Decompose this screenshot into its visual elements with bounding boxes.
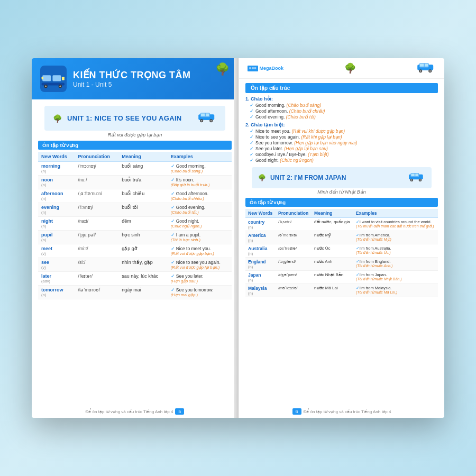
example-cell: ✓I'm from Australia. (Tôi đến từ nước Úc… xyxy=(353,244,438,258)
bus-icon xyxy=(40,66,67,92)
meaning-cell: nước Nhật Bản xyxy=(312,271,353,284)
unit2-table-header-row: New Words Pronunciation Meaning Examples xyxy=(245,209,438,218)
header-subtitle: Unit 1 - Unit 5 xyxy=(73,81,190,88)
meaning-cell: nước Mã Lai xyxy=(312,284,353,297)
megabook-logo: ≡≡≡ MegaBook xyxy=(248,66,283,71)
word-cell: morning(n) xyxy=(38,162,75,176)
example-cell: ✓Nice to see you again. (Rất vui được gặ… xyxy=(168,258,232,272)
example-cell: ✓I want to visit countries around the wo… xyxy=(353,218,438,231)
greet-sub-item: ✓Good afternoon. (Chào buổi chiều) xyxy=(250,108,438,114)
left-header-text: KIẾN THỨC TRỌNG TÂM Unit 1 - Unit 5 xyxy=(73,69,190,88)
meaning-cell: buổi chiều xyxy=(118,189,167,203)
table-row: Japan(n) /dʒəˈpæn/ nước Nhật Bản ✓I'm fr… xyxy=(245,271,438,284)
pronunciation-cell: /miːt/ xyxy=(75,244,119,258)
meaning-cell: nước Anh xyxy=(312,258,353,271)
farewell-sub-item: ✓See you later. (Hẹn gặp lại bạn sau) xyxy=(250,146,438,151)
megabook-badge: ≡≡≡ xyxy=(248,66,258,71)
unit2-vocab-label-container: Ôn tập từ vựng xyxy=(245,197,438,207)
svg-point-16 xyxy=(201,120,203,122)
meaning-cell: buổi tối xyxy=(118,203,167,217)
right-tree-icon: 🌳 xyxy=(344,62,356,74)
greet-item: 1. Chào hỏi: ✓Good morning. (Chào buổi s… xyxy=(245,96,438,120)
svg-point-17 xyxy=(210,120,212,122)
svg-point-6 xyxy=(45,85,47,87)
example-cell: ✓I'm from Japan. (Tôi đến từ nước Nhật B… xyxy=(353,271,438,284)
right-footer-text: Để ôn tập từ vựng và cấu trúc Tiếng Anh … xyxy=(304,409,391,414)
meaning-cell: đêm xyxy=(118,217,167,231)
meaning-cell: ngày mai xyxy=(118,286,167,299)
meaning-cell: sau này, lúc khác xyxy=(118,272,167,286)
meaning-cell: gặp gỡ xyxy=(118,244,167,258)
word-cell: afternoon(n) xyxy=(38,189,75,203)
unit1-tree-icon: 🌳 xyxy=(53,114,62,123)
col-pronunciation: Pronunciation xyxy=(75,152,119,162)
farewell-item: 2. Chào tạm biệt: ✓Nice to meet you. (Rấ… xyxy=(245,122,438,163)
greet-sub-item: ✓Good evening. (Chào buổi tối) xyxy=(250,114,438,120)
svg-rect-2 xyxy=(52,75,61,81)
pronunciation-cell: /ˈiːvnɪŋ/ xyxy=(75,203,119,217)
svg-rect-29 xyxy=(415,173,418,176)
word-cell: Australia(n) xyxy=(245,244,276,258)
meaning-cell: buổi trưa xyxy=(118,176,167,189)
example-cell: ✓It's noon. (Bây giờ là buổi trưa.) xyxy=(168,176,232,189)
pronunciation-cell: /ˈleɪtər/ xyxy=(75,272,119,286)
table-row: England(n) /ˈɪŋɡlənd/ nước Anh ✓I'm from… xyxy=(245,258,438,271)
example-cell: ✓I'm from Malaysia. (Tôi đến từ nước Mã … xyxy=(353,284,438,297)
table-row: see(v) /siː/ nhìn thấy, gặp ✓Nice to see… xyxy=(38,258,232,272)
table-row: later(adv) /ˈleɪtər/ sau này, lúc khác ✓… xyxy=(38,272,232,286)
table-row: evening(n) /ˈiːvnɪŋ/ buổi tối ✓Good even… xyxy=(38,203,232,217)
svg-rect-8 xyxy=(62,77,65,80)
pronunciation-cell: /məˈleɪziə/ xyxy=(276,284,312,297)
farewell-sub-item: ✓See you tomorrow. (Hẹn gặp lại bạn vào … xyxy=(250,140,438,145)
word-cell: evening(n) xyxy=(38,203,75,217)
unit1-car-icon xyxy=(198,111,217,125)
word-cell: America(n) xyxy=(245,231,276,244)
unit2-vocab-table: New Words Pronunciation Meaning Examples… xyxy=(245,209,438,297)
unit2-car-icon xyxy=(408,171,425,184)
example-cell: ✓I'm from America. (Tôi đến từ nước Mỹ.) xyxy=(353,231,438,244)
pronunciation-cell: /ɒsˈtreɪliə/ xyxy=(276,244,312,258)
svg-rect-28 xyxy=(411,173,414,176)
unit2-subtitle: Mình đến từ Nhật Bản xyxy=(252,189,432,195)
word-cell: Japan(n) xyxy=(245,271,276,284)
table-row: noon(n) /nuː/ buổi trưa ✓It's noon. (Bây… xyxy=(38,176,232,189)
table-row: afternoon(n) /ˌɑːftəˈnuːn/ buổi chiều ✓G… xyxy=(38,189,232,203)
u2-col-meaning: Meaning xyxy=(312,209,353,218)
table-row: pupil(n) /ˈpjuːpəl/ học sinh ✓I am a pup… xyxy=(38,231,232,244)
pronunciation-cell: /naɪt/ xyxy=(75,217,119,231)
unit1-header: 🌳 UNIT 1: NICE TO SEE YOU AGAIN xyxy=(44,106,225,131)
right-footer: 6 Để ôn tập từ vựng và cấu trúc Tiếng An… xyxy=(239,408,444,415)
word-cell: noon(n) xyxy=(38,176,75,189)
u2-col-examples: Examples xyxy=(353,209,438,218)
example-cell: ✓Good afternoon. (Chào buổi chiều.) xyxy=(168,189,232,203)
table-row: Australia(n) /ɒsˈtreɪliə/ nước Úc ✓I'm f… xyxy=(245,244,438,258)
pronunciation-cell: /ˈpjuːpəl/ xyxy=(75,231,119,244)
word-cell: meet(v) xyxy=(38,244,75,258)
svg-point-33 xyxy=(419,179,421,181)
word-cell: country(n) xyxy=(245,218,276,231)
svg-point-24 xyxy=(420,70,422,72)
unit2-vocab-label: Ôn tập từ vựng xyxy=(245,198,438,207)
farewell-sub-item: ✓Nice to see you again. (Rất khi gặp lại… xyxy=(250,134,438,140)
pronunciation-cell: /ˌɑːftəˈnuːn/ xyxy=(75,189,119,203)
meaning-cell: học sinh xyxy=(118,231,167,244)
svg-point-32 xyxy=(411,179,413,181)
right-car-icon xyxy=(417,61,436,75)
table-row: country(n) /ˈkʌntri/ đất nước, quốc gia … xyxy=(245,218,438,231)
pronunciation-cell: /ˈɪŋɡlənd/ xyxy=(276,258,312,271)
tree-decoration: 🌳 xyxy=(215,62,230,76)
greet-sub-item: ✓Good morning. (Chào buổi sáng) xyxy=(250,103,438,108)
example-cell: ✓I am a pupil. (Tôi là học sinh.) xyxy=(168,231,232,244)
col-new-words: New Words xyxy=(38,152,75,162)
page-number-right: 6 xyxy=(292,408,301,415)
svg-point-25 xyxy=(429,70,431,72)
pronunciation-cell: /siː/ xyxy=(75,258,119,272)
meaning-cell: buổi sáng xyxy=(118,162,167,176)
unit2-section: 🌳 UNIT 2: I'M FROM JAPAN Mình đến xyxy=(245,167,438,195)
word-cell: pupil(n) xyxy=(38,231,75,244)
svg-rect-21 xyxy=(425,63,428,66)
col-examples: Examples xyxy=(168,152,232,162)
pronunciation-cell: /ˈmɔːnɪŋ/ xyxy=(75,162,119,176)
review-structure-section: Ôn tập cấu trúc 1. Chào hỏi: ✓Good morni… xyxy=(245,83,438,163)
table-row: tomorrow(n) /təˈmɒroʊ/ ngày mai ✓See you… xyxy=(38,286,232,299)
